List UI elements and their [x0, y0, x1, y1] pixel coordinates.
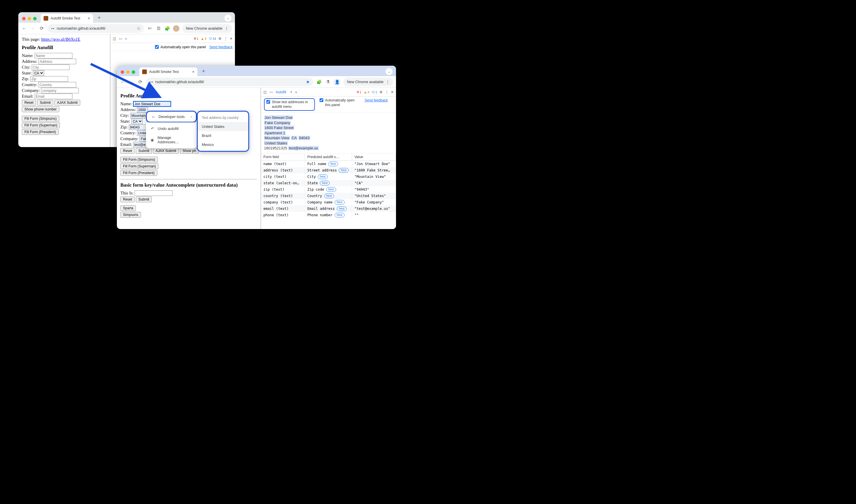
address-input[interactable]	[137, 107, 148, 112]
this-is-input[interactable]	[135, 191, 173, 196]
name-input[interactable]	[35, 53, 72, 58]
new-tab-button[interactable]: +	[199, 68, 208, 76]
extensions-puzzle-icon[interactable]: 🧩	[164, 26, 170, 31]
submit-button[interactable]: Submit	[37, 100, 53, 106]
browser-tab[interactable]: Autofill Smoke Test ×	[139, 68, 197, 76]
forward-button[interactable]: →	[128, 79, 134, 85]
simpsons-button[interactable]: Simpsons	[120, 212, 141, 218]
back-button[interactable]: ←	[21, 26, 27, 31]
devtools-close-icon[interactable]: ✕	[391, 90, 394, 94]
table-row[interactable]: company (text)Company name heur"Fake Com…	[261, 199, 396, 205]
auto-open-checkbox[interactable]	[155, 45, 159, 49]
info-badge[interactable]: 🗨14	[209, 37, 216, 40]
menu-manage-addresses[interactable]: ◉ Manage Addresses…	[146, 133, 197, 146]
devtools-kebab-icon[interactable]: ⋮	[224, 37, 227, 41]
ajax-submit-button[interactable]: AJAX Submit	[54, 100, 80, 106]
submit-button[interactable]: Submit	[136, 148, 152, 154]
address-bar[interactable]: ⊶ rsolomakhin.github.io/autofill/ ★	[146, 78, 313, 86]
site-settings-icon[interactable]: ⊶	[149, 80, 153, 84]
auto-open-checkbox[interactable]	[320, 98, 323, 102]
reset-button[interactable]: Reset	[22, 100, 36, 106]
reset-button[interactable]: Reset	[120, 148, 135, 154]
maximize-window-icon[interactable]	[132, 70, 135, 74]
site-settings-icon[interactable]: ⊶	[51, 26, 54, 31]
fill-simpsons-button[interactable]: Fill Form (Simpsons)	[22, 116, 59, 122]
table-row[interactable]: name (text)Full name heur"Jon Stewart Do…	[261, 161, 396, 167]
company-input[interactable]	[41, 88, 79, 93]
state-select[interactable]: CA	[33, 70, 44, 76]
send-feedback-link[interactable]: Send feedback	[364, 98, 388, 102]
th-form-field[interactable]: Form field	[261, 154, 305, 161]
error-badge[interactable]: ⊗1	[356, 90, 361, 94]
devtools-close-icon[interactable]: ✕	[230, 37, 233, 41]
show-phone-button[interactable]: Show ph	[180, 148, 199, 154]
extensions-puzzle-icon[interactable]: 🧩	[316, 79, 322, 85]
table-row[interactable]: address (text)Street address heur"1600 F…	[261, 167, 396, 174]
inspect-icon[interactable]: ◫	[113, 37, 116, 41]
submenu-item-us[interactable]: United States	[198, 122, 248, 131]
fill-president-button[interactable]: Fill Form (President)	[120, 170, 157, 176]
address-input[interactable]	[38, 59, 76, 64]
update-chrome-pill[interactable]: New Chrome available ⋮	[343, 78, 393, 86]
profile-avatar[interactable]: 👤	[334, 78, 340, 86]
new-tab-button[interactable]: +	[95, 15, 104, 23]
minimize-window-icon[interactable]	[126, 70, 130, 74]
reset2-button[interactable]: Reset	[120, 197, 135, 202]
tab-dropdown-button[interactable]: ⌄	[386, 68, 393, 75]
th-value[interactable]: Value	[352, 154, 396, 161]
devtools-settings-icon[interactable]: ⚙	[218, 37, 221, 41]
email-input[interactable]	[35, 94, 72, 99]
show-test-addresses-option[interactable]: Show test addresses in autofill menu	[264, 98, 315, 111]
close-window-icon[interactable]	[121, 70, 124, 74]
city-input[interactable]	[32, 65, 70, 70]
minimize-window-icon[interactable]	[28, 17, 31, 20]
close-tab-icon[interactable]: ×	[88, 16, 90, 21]
devtools-settings-icon[interactable]: ⚙	[379, 90, 382, 94]
warning-badge[interactable]: ▲4	[201, 37, 207, 40]
sparta-button[interactable]: Sparta	[120, 205, 136, 211]
extension-icon[interactable]: ☰	[156, 26, 161, 31]
th-predicted[interactable]: Predicted autofill v…	[305, 154, 352, 161]
autofill-tab-close-icon[interactable]: ×	[290, 90, 292, 94]
device-toolbar-icon[interactable]: ▭	[269, 90, 273, 94]
zip-input[interactable]	[129, 124, 146, 130]
fill-superman-button[interactable]: Fill Form (Superman)	[120, 163, 159, 169]
scissors-icon[interactable]: ✄	[147, 26, 153, 31]
table-row[interactable]: email (text)Email address heur"test@exam…	[261, 205, 396, 212]
address-bar[interactable]: ⊶ rsolomakhin.github.io/autofill/ ☆	[48, 24, 144, 33]
menu-undo-autofill[interactable]: ↶ Undo autofill	[146, 124, 197, 133]
send-feedback-link[interactable]: Send feedback	[209, 45, 233, 49]
submenu-item-mexico[interactable]: Mexico	[198, 140, 248, 149]
zip-input[interactable]	[30, 76, 68, 82]
table-row[interactable]: zip (text)Zip code heur"94043"	[261, 186, 396, 193]
page-link[interactable]: https://goo.gl/B6Xs1E	[41, 37, 81, 41]
update-chrome-pill[interactable]: New Chrome available ⋮	[182, 24, 232, 33]
error-badge[interactable]: ⊗1	[194, 37, 199, 40]
warning-badge[interactable]: ▲4	[364, 90, 369, 94]
table-row[interactable]: phone (text)Phone number heur""	[261, 212, 396, 218]
close-window-icon[interactable]	[22, 17, 25, 20]
show-test-addresses-checkbox[interactable]	[266, 100, 270, 104]
submit2-button[interactable]: Submit	[136, 197, 152, 202]
reload-button[interactable]: ⟳	[39, 25, 44, 31]
name-input[interactable]	[133, 101, 171, 107]
labs-flask-icon[interactable]: ⚗	[325, 79, 331, 85]
menu-developer-tools[interactable]: ‹› Developer tools ›	[147, 112, 196, 121]
browser-tab[interactable]: Autofill Smoke Test ×	[41, 14, 93, 23]
bookmark-star-icon[interactable]: ☆	[137, 26, 140, 31]
close-tab-icon[interactable]: ×	[192, 70, 195, 74]
device-toolbar-icon[interactable]: ▭	[119, 37, 122, 41]
maximize-window-icon[interactable]	[33, 17, 37, 20]
city-input[interactable]	[130, 113, 148, 118]
table-row[interactable]: country (text)Country heur"United States…	[261, 193, 396, 199]
ajax-submit-button[interactable]: AJAX Submit	[153, 148, 179, 154]
more-tabs-icon[interactable]: »	[125, 37, 127, 41]
kebab-menu-icon[interactable]: ⋮	[386, 79, 390, 84]
forward-button[interactable]: →	[30, 26, 36, 31]
reload-button[interactable]: ⟳	[137, 79, 143, 85]
table-row[interactable]: city (text)City heur"Mountain View"	[261, 174, 396, 180]
submenu-item-brazil[interactable]: Brazil	[198, 131, 248, 140]
table-row[interactable]: state (select-on…State heur"CA"	[261, 180, 396, 186]
country-input[interactable]	[38, 82, 76, 88]
state-select[interactable]: CA	[131, 119, 143, 124]
